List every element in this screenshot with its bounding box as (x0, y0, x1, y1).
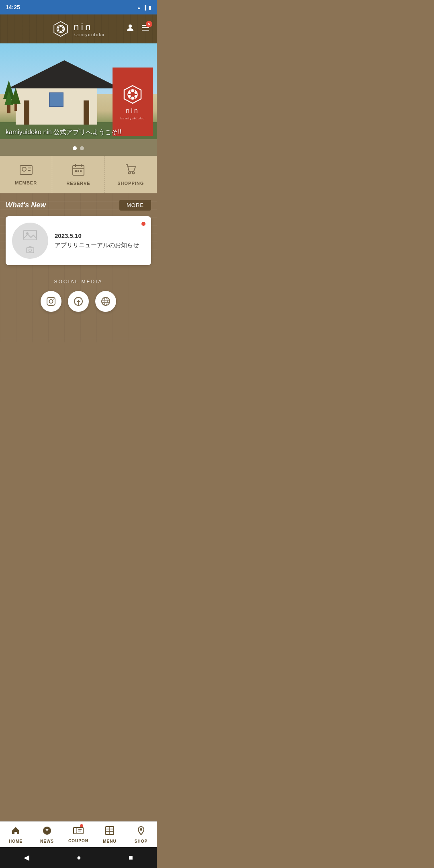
svg-rect-37 (47, 297, 55, 305)
logo-text-area: nin kamiyuidoko (74, 21, 105, 37)
app-subtitle: kamiyuidoko (74, 33, 105, 37)
instagram-button[interactable] (41, 291, 61, 312)
camera-icon (26, 246, 34, 254)
banner-subtitle: kamiyuidoko (121, 117, 145, 120)
svg-point-21 (22, 167, 26, 171)
reserve-icon (72, 164, 84, 178)
app-name: nin (74, 21, 105, 33)
news-unread-indicator (141, 222, 145, 226)
svg-point-3 (62, 27, 64, 29)
hero-carousel: nin kamiyuidoko kamiyuidoko nin 公式アプリへよう… (0, 43, 157, 156)
svg-point-7 (57, 27, 59, 29)
svg-point-17 (131, 96, 134, 99)
svg-point-31 (129, 172, 131, 174)
quick-item-member[interactable]: MEMBER (0, 156, 52, 193)
logo-hexagon (52, 20, 70, 38)
svg-point-2 (60, 25, 62, 27)
thumbnail-placeholder (23, 228, 37, 254)
header-icons: N (125, 23, 150, 35)
news-content: 2023.5.10 アプリリニューアルのお知らせ (55, 232, 139, 249)
whats-new-title: What's New (6, 201, 46, 209)
signal-icon (143, 4, 146, 10)
news-date: 2023.5.10 (55, 232, 139, 239)
time-display: 14:25 (6, 4, 20, 10)
svg-point-36 (29, 249, 32, 252)
wifi-icon (137, 4, 141, 10)
tree-right (11, 88, 20, 111)
status-bar: 14:25 (0, 0, 157, 14)
svg-point-5 (60, 31, 62, 33)
notification-badge: N (146, 21, 152, 27)
reserve-label: RESERVE (66, 181, 90, 186)
building-walls (16, 88, 97, 125)
building (8, 60, 105, 125)
facebook-icon (74, 297, 83, 306)
svg-point-41 (102, 297, 110, 305)
whats-new-header: What's New MORE (6, 200, 151, 211)
carousel-dots (73, 146, 84, 150)
website-button[interactable] (95, 291, 116, 312)
hero-caption: kamiyuidoko nin 公式アプリへようこそ!! (0, 125, 157, 140)
news-title: アプリリニューアルのお知らせ (55, 242, 139, 249)
svg-rect-29 (78, 170, 79, 172)
building-roof (8, 60, 121, 88)
svg-rect-28 (75, 170, 77, 172)
svg-rect-33 (24, 230, 37, 240)
svg-point-4 (62, 29, 64, 31)
svg-point-19 (128, 91, 131, 94)
shopping-icon (125, 164, 137, 178)
news-card-0[interactable]: 2023.5.10 アプリリニューアルのお知らせ (6, 216, 151, 265)
member-icon (20, 164, 33, 178)
svg-marker-0 (54, 22, 67, 37)
facebook-button[interactable] (68, 291, 89, 312)
wood-background-section: What's New MORE (0, 193, 157, 342)
svg-point-16 (135, 95, 137, 98)
svg-rect-10 (142, 27, 149, 28)
svg-point-14 (131, 89, 134, 92)
banner-hexagon-logo (122, 84, 143, 105)
quick-item-reserve[interactable]: RESERVE (52, 156, 104, 193)
news-thumbnail (12, 223, 48, 259)
svg-point-39 (53, 299, 53, 299)
reserve-svg-icon (72, 164, 84, 176)
svg-point-38 (49, 300, 53, 303)
menu-button[interactable]: N (141, 23, 150, 35)
battery-icon (148, 4, 151, 10)
social-media-title: SOCIAL MEDIA (11, 279, 145, 285)
shopping-svg-icon (125, 164, 137, 176)
social-media-section: SOCIAL MEDIA (6, 271, 151, 320)
logo-area: nin kamiyuidoko (52, 20, 105, 38)
bottom-spacer (6, 320, 151, 336)
svg-point-6 (57, 29, 59, 31)
support-left (24, 100, 29, 125)
person-icon (125, 23, 135, 33)
banner-name: nin (126, 107, 139, 115)
carousel-dot-1[interactable] (73, 146, 77, 150)
carousel-dot-2[interactable] (80, 146, 84, 150)
building-window (49, 92, 63, 107)
shopping-label: SHOPPING (117, 181, 144, 186)
status-icons (137, 4, 151, 10)
member-label: MEMBER (15, 180, 37, 185)
social-icons-group (11, 291, 145, 312)
svg-point-15 (135, 91, 137, 94)
web-icon (101, 297, 111, 306)
profile-button[interactable] (125, 23, 135, 35)
support-right (84, 100, 89, 125)
svg-rect-11 (142, 30, 149, 31)
quick-access-bar: MEMBER RESERVE (0, 156, 157, 193)
more-button[interactable]: MORE (119, 200, 151, 211)
svg-point-8 (129, 25, 132, 28)
svg-marker-12 (124, 86, 141, 103)
svg-point-32 (133, 172, 135, 174)
instagram-icon (46, 297, 56, 306)
member-svg-icon (20, 164, 33, 175)
svg-point-18 (128, 95, 131, 98)
app-header: nin kamiyuidoko N (0, 14, 157, 43)
quick-item-shopping[interactable]: SHOPPING (105, 156, 157, 193)
svg-rect-30 (80, 170, 82, 172)
svg-point-42 (104, 297, 107, 305)
image-placeholder-icon (23, 228, 37, 242)
